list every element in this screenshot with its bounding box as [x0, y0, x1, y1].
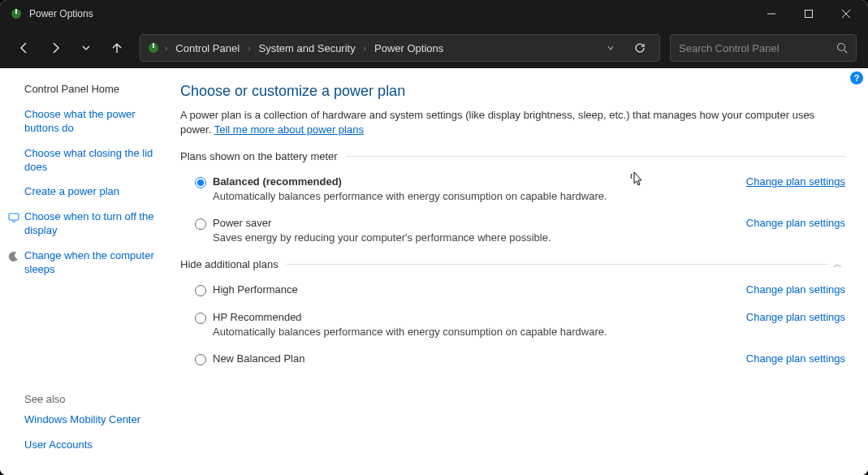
change-plan-settings-link[interactable]: Change plan settings	[746, 175, 845, 188]
collapse-icon[interactable]: ︿	[829, 258, 845, 270]
divider	[346, 156, 845, 157]
sidebar-link[interactable]: Choose when to turn off the display	[24, 210, 159, 238]
forward-button[interactable]	[42, 35, 68, 61]
sidebar-link[interactable]: Choose what closing the lid does	[24, 147, 159, 175]
section-header-additional[interactable]: Hide additional plans ︿	[180, 258, 845, 270]
chevron-right-icon: ›	[246, 44, 252, 53]
svg-rect-3	[805, 11, 813, 18]
address-dropdown-icon[interactable]	[598, 35, 624, 61]
recent-button[interactable]	[73, 35, 99, 61]
search-box[interactable]	[670, 34, 857, 62]
change-plan-settings-link[interactable]: Change plan settings	[746, 217, 845, 229]
plan-radio[interactable]	[195, 285, 206, 296]
power-plan-row: New Balanced PlanChange plan settings	[180, 349, 845, 377]
intro-text: A power plan is a collection of hardware…	[180, 108, 845, 137]
control-panel-home-link[interactable]: Control Panel Home	[24, 83, 159, 97]
sidebar-link[interactable]: Choose what the power buttons do	[24, 108, 159, 136]
main-panel: Choose or customize a power plan A power…	[171, 68, 868, 475]
sleep-icon	[8, 251, 19, 262]
plan-description: Automatically balances performance with …	[213, 190, 736, 202]
breadcrumb-root[interactable]: Control Panel	[172, 41, 243, 56]
breadcrumb-page[interactable]: Power Options	[371, 41, 447, 56]
minimize-button[interactable]	[753, 0, 790, 28]
learn-more-link[interactable]: Tell me more about power plans	[214, 123, 364, 136]
plan-radio[interactable]	[195, 177, 206, 188]
plan-radio[interactable]	[195, 218, 206, 230]
maximize-button[interactable]	[790, 0, 827, 28]
change-plan-settings-link[interactable]: Change plan settings	[746, 311, 845, 323]
plan-radio[interactable]	[195, 313, 206, 324]
sidebar-link[interactable]: Create a power plan	[24, 185, 159, 199]
plan-name[interactable]: High Performance	[213, 283, 736, 296]
see-also-link[interactable]: Windows Mobility Center	[24, 413, 159, 427]
svg-point-8	[838, 44, 845, 51]
back-button[interactable]	[11, 35, 37, 61]
plan-description: Automatically balances performance with …	[213, 326, 736, 338]
plan-name[interactable]: Power saver	[213, 217, 736, 229]
power-plan-row: Power saverSaves energy by reducing your…	[180, 214, 845, 255]
change-plan-settings-link[interactable]: Change plan settings	[746, 283, 845, 296]
page-heading: Choose or customize a power plan	[180, 83, 845, 100]
power-plan-row: Balanced (recommended)Automatically bala…	[180, 172, 845, 214]
refresh-button[interactable]	[627, 35, 653, 61]
change-plan-settings-link[interactable]: Change plan settings	[746, 352, 845, 365]
plan-description: Saves energy by reducing your computer's…	[213, 231, 736, 244]
search-icon[interactable]	[836, 42, 848, 54]
sidebar: Control Panel Home Choose what the power…	[0, 68, 171, 475]
window-title: Power Options	[29, 8, 753, 19]
display-icon	[8, 212, 19, 223]
section-label: Hide additional plans	[180, 258, 279, 270]
content-area: ? Control Panel Home Choose what the pow…	[0, 68, 868, 475]
breadcrumb-category[interactable]: System and Security	[255, 41, 358, 56]
svg-rect-1	[15, 9, 17, 14]
app-icon	[10, 7, 23, 20]
see-also-link[interactable]: User Accounts	[24, 438, 159, 452]
power-plan-row: HP RecommendedAutomatically balances per…	[180, 308, 845, 349]
divider	[287, 264, 829, 265]
address-icon	[147, 41, 160, 54]
section-header-battery: Plans shown on the battery meter	[180, 150, 845, 162]
toolbar: › Control Panel › System and Security › …	[0, 28, 868, 68]
window: Power Options › Control Panel › System a…	[0, 0, 868, 475]
plan-radio[interactable]	[195, 354, 206, 365]
see-also-header: See also	[24, 393, 159, 405]
svg-line-9	[844, 50, 848, 54]
sidebar-link[interactable]: Change when the computer sleeps	[24, 249, 159, 277]
search-input[interactable]	[679, 42, 836, 54]
power-plan-row: High PerformanceChange plan settings	[180, 280, 845, 308]
address-bar[interactable]: › Control Panel › System and Security › …	[140, 34, 660, 62]
chevron-right-icon: ›	[163, 44, 169, 53]
plan-name[interactable]: New Balanced Plan	[213, 352, 736, 365]
svg-rect-10	[9, 214, 19, 220]
chevron-right-icon: ›	[362, 44, 368, 53]
up-button[interactable]	[104, 35, 130, 61]
plan-name[interactable]: HP Recommended	[213, 311, 736, 323]
section-label: Plans shown on the battery meter	[180, 150, 338, 162]
close-button[interactable]	[827, 0, 865, 28]
titlebar: Power Options	[0, 0, 868, 28]
svg-rect-7	[153, 43, 154, 48]
plan-name[interactable]: Balanced (recommended)	[213, 175, 736, 188]
